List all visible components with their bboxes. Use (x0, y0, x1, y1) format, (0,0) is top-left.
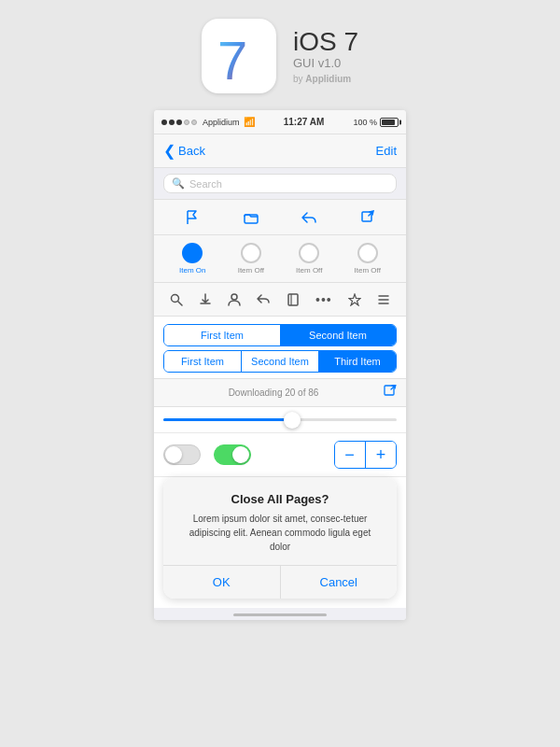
alert-dialog: Close All Pages? Lorem ipsum dolor sit a… (163, 477, 397, 599)
toggle-off[interactable] (163, 444, 201, 465)
flag-icon[interactable] (179, 204, 205, 231)
stepper-plus-button[interactable]: + (366, 442, 396, 468)
radio-label-0: Item On (179, 266, 205, 275)
toggle-knob-off (165, 446, 182, 463)
progress-edit-icon[interactable] (384, 385, 397, 401)
search-bar: 🔍 Search (154, 168, 406, 200)
wifi-icon: 📶 (244, 117, 255, 127)
slider-thumb[interactable] (284, 412, 301, 429)
radio-circle-2 (299, 243, 319, 263)
progress-row: Downloading 20 of 86 (154, 378, 406, 407)
status-time: 11:27 AM (284, 117, 325, 127)
app-title: iOS 7 (293, 28, 358, 57)
radio-circle-on (182, 243, 203, 263)
radio-item-3[interactable]: Item Off (355, 243, 381, 275)
toggle-stepper-row: − + (154, 433, 406, 477)
svg-line-4 (177, 301, 182, 305)
battery-fill (382, 120, 395, 125)
compose-icon[interactable] (355, 204, 381, 231)
battery-icon (380, 118, 399, 127)
signal-dot-5 (191, 120, 197, 125)
signal-dots (161, 120, 197, 125)
slider-track (163, 418, 397, 421)
alert-buttons: OK Cancel (163, 565, 397, 599)
seg-3-item-2[interactable]: Third Item (319, 351, 396, 372)
radio-row: Item On Item Off Item Off Item Off (154, 235, 406, 283)
toggle-on[interactable] (214, 444, 251, 465)
status-bar: Applidium 📶 11:27 AM 100 % (154, 110, 406, 134)
svg-point-5 (231, 294, 237, 300)
slider-row[interactable] (154, 407, 406, 433)
book-icon[interactable] (287, 293, 300, 306)
edit-button[interactable]: Edit (376, 144, 397, 158)
signal-dot-3 (176, 120, 182, 125)
app-header: 7 iOS 7 GUI v1.0 by Applidium (202, 19, 358, 93)
alert-content: Close All Pages? Lorem ipsum dolor sit a… (163, 477, 397, 565)
app-by: by Applidium (293, 74, 358, 84)
action-icons-row: ••• (154, 283, 406, 317)
radio-item-0[interactable]: Item On (179, 243, 205, 275)
search-icon: 🔍 (172, 177, 185, 190)
radio-item-2[interactable]: Item Off (296, 243, 322, 275)
svg-rect-6 (288, 294, 298, 305)
reply-action-icon[interactable] (257, 294, 270, 305)
more-icon[interactable]: ••• (315, 292, 332, 307)
app-subtitle: GUI v1.0 (293, 56, 358, 70)
nav-bar: ❮ Back Edit (154, 134, 406, 168)
alert-cancel-button[interactable]: Cancel (281, 566, 398, 599)
alert-ok-button[interactable]: OK (163, 566, 281, 599)
carrier-label: Applidium (203, 118, 240, 127)
signal-dot-4 (184, 120, 189, 125)
radio-circle-3 (357, 243, 378, 263)
search-input-wrapper[interactable]: 🔍 Search (163, 174, 397, 193)
status-left: Applidium 📶 (161, 117, 255, 127)
reply-icon[interactable] (296, 204, 322, 231)
toolbar-icons (154, 200, 406, 235)
signal-dot-1 (161, 120, 167, 125)
back-button[interactable]: ❮ Back (163, 144, 205, 159)
battery-percent: 100 % (353, 118, 377, 127)
alert-body: Lorem ipsum dolor sit amet, consec-tetue… (178, 512, 382, 554)
seg-3-item-1[interactable]: Second Item (242, 351, 319, 372)
toggle-knob-on (232, 446, 249, 463)
folder-icon[interactable] (238, 204, 264, 231)
seg-2-item-1[interactable]: Second Item (280, 325, 396, 345)
list-icon[interactable] (377, 294, 390, 305)
svg-text:7: 7 (217, 30, 247, 89)
radio-circle-1 (241, 243, 261, 263)
radio-label-1: Item Off (238, 266, 264, 275)
back-label: Back (178, 144, 205, 158)
app-icon: 7 (202, 19, 276, 93)
seg-2-item-0[interactable]: First Item (164, 325, 280, 345)
radio-label-3: Item Off (355, 266, 381, 275)
scroll-indicator (233, 613, 327, 616)
status-right: 100 % (353, 118, 399, 127)
chevron-left-icon: ❮ (163, 144, 175, 159)
seg-3-item-0[interactable]: First Item (164, 351, 242, 372)
star-icon[interactable] (348, 293, 361, 306)
radio-item-1[interactable]: Item Off (238, 243, 264, 275)
stepper: − + (334, 441, 398, 469)
segmented-control-3: First Item Second Item Third Item (163, 350, 397, 373)
svg-marker-8 (349, 294, 360, 305)
radio-label-2: Item Off (296, 266, 322, 275)
svg-rect-12 (385, 386, 394, 395)
alert-title: Close All Pages? (178, 492, 382, 506)
search-input[interactable]: Search (189, 178, 388, 190)
stepper-minus-button[interactable]: − (335, 442, 365, 468)
download-icon[interactable] (199, 293, 212, 306)
signal-dot-2 (169, 120, 175, 125)
person-icon[interactable] (228, 293, 241, 306)
app-title-block: iOS 7 GUI v1.0 by Applidium (293, 28, 358, 85)
slider-fill (163, 418, 292, 421)
phone-frame: Applidium 📶 11:27 AM 100 % ❮ Back Edit 🔍 (154, 110, 406, 620)
segmented-control-2: First Item Second Item (163, 324, 397, 346)
search-action-icon[interactable] (170, 293, 183, 306)
progress-text: Downloading 20 of 86 (163, 388, 384, 398)
